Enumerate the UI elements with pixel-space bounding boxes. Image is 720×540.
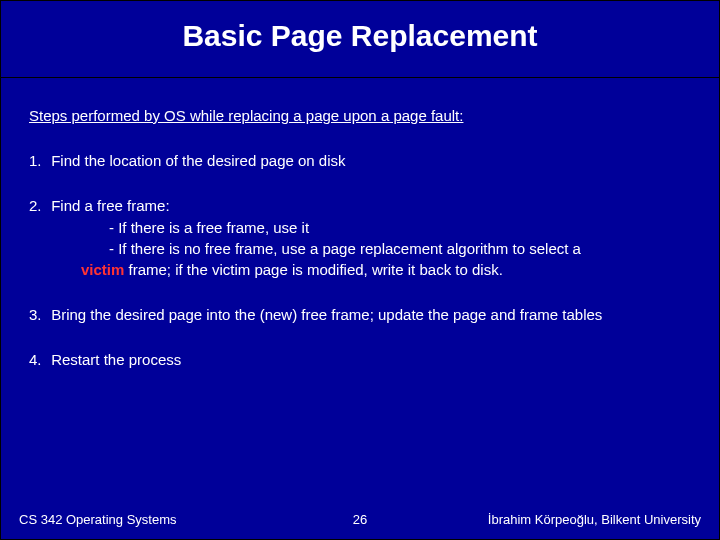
step-1: 1. Find the location of the desired page… xyxy=(29,151,691,170)
slide-title: Basic Page Replacement xyxy=(1,19,719,53)
victim-word: victim xyxy=(81,261,124,278)
step-2-bullet-2: - If there is no free frame, use a page … xyxy=(55,239,691,258)
slide-content: Steps performed by OS while replacing a … xyxy=(1,78,719,370)
footer-author: İbrahim Körpeoğlu, Bilkent University xyxy=(488,512,701,527)
step-1-num: 1. xyxy=(29,151,47,170)
step-3-text: Bring the desired page into the (new) fr… xyxy=(51,306,602,323)
intro-text: Steps performed by OS while replacing a … xyxy=(29,106,691,125)
step-4-num: 4. xyxy=(29,350,47,369)
step-2-tail: frame; if the victim page is modified, w… xyxy=(124,261,502,278)
step-4: 4. Restart the process xyxy=(29,350,691,369)
step-2-lead: Find a free frame: xyxy=(51,197,169,214)
step-2-bullet-1: - If there is a free frame, use it xyxy=(55,218,691,237)
step-2-num: 2. xyxy=(29,196,47,215)
slide: Basic Page Replacement Steps performed b… xyxy=(0,0,720,540)
step-4-text: Restart the process xyxy=(51,351,181,368)
step-2-tail-line: victim frame; if the victim page is modi… xyxy=(55,260,691,279)
step-1-text: Find the location of the desired page on… xyxy=(51,152,345,169)
step-3-num: 3. xyxy=(29,305,47,324)
step-2: 2. Find a free frame: - If there is a fr… xyxy=(29,196,691,279)
step-3: 3. Bring the desired page into the (new)… xyxy=(29,305,691,324)
title-box: Basic Page Replacement xyxy=(1,1,719,78)
